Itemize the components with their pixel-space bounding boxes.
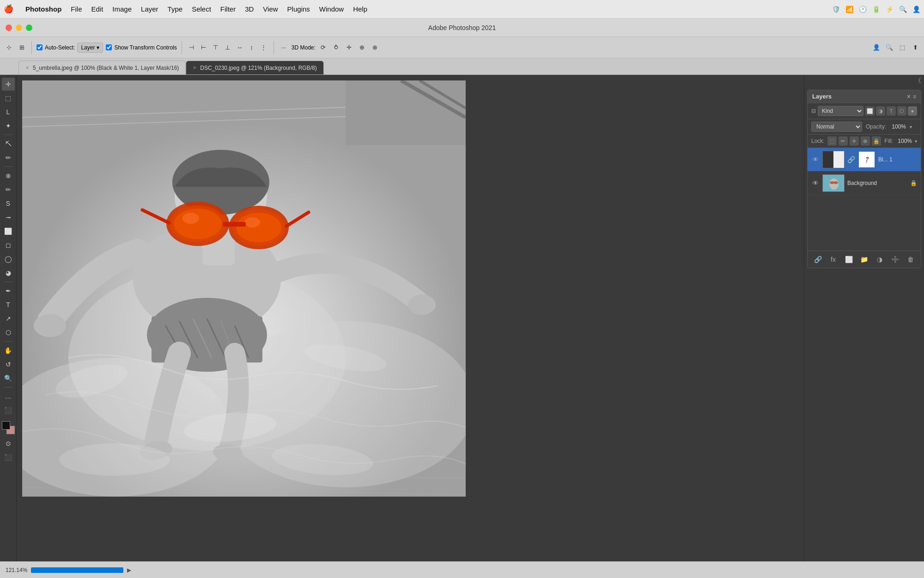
pixel-filter-icon[interactable]: ⬜ (865, 106, 875, 116)
add-mask-btn[interactable]: ⬜ (843, 254, 854, 265)
lock-artboard-icon[interactable]: ⊕ (861, 136, 870, 146)
eyedropper-tool[interactable]: ✏ (2, 151, 15, 164)
menu-type[interactable]: Type (163, 3, 188, 15)
clone-tool[interactable]: S (2, 197, 15, 210)
search-icon[interactable]: 🔍 (884, 43, 894, 53)
layer-0-mask-thumbnail[interactable]: ↗ (858, 151, 875, 168)
3d-roll-icon[interactable]: ⥁ (331, 43, 341, 53)
user-icon[interactable]: 👤 (871, 43, 881, 53)
screen-mode[interactable]: ⬛ (2, 451, 15, 464)
menu-edit[interactable]: Edit (87, 3, 108, 15)
align-right-edges-icon[interactable]: ⊤ (211, 43, 221, 53)
align-h-centers-icon[interactable]: ⊢ (199, 43, 209, 53)
quick-mask-mode[interactable]: ⊙ (2, 437, 15, 450)
3d-rotate-icon[interactable]: ⟳ (318, 43, 328, 53)
3d-slide-icon[interactable]: ⊕ (357, 43, 367, 53)
move-tool-icon[interactable]: ⊹ (4, 43, 14, 53)
menu-photoshop[interactable]: Photoshop (21, 3, 66, 15)
panel-collapse-toggle[interactable]: 《 (804, 75, 924, 87)
3d-pan-icon[interactable]: ✛ (344, 43, 354, 53)
delete-layer-btn[interactable]: 🗑 (905, 254, 916, 265)
align-icon[interactable]: ⊞ (17, 43, 27, 53)
color-swatches[interactable] (2, 421, 15, 434)
lock-transparent-icon[interactable]: ⬚ (827, 136, 837, 146)
share-icon[interactable]: ⬆ (910, 43, 920, 53)
menu-3d[interactable]: 3D (240, 3, 258, 15)
lock-position-icon[interactable]: ✛ (850, 136, 859, 146)
healing-tool[interactable]: ⊕ (2, 169, 15, 182)
blend-mode-dropdown[interactable]: Normal (811, 122, 862, 132)
extra-tool[interactable]: ⬛ (2, 404, 15, 417)
dodge-tool[interactable]: ◕ (2, 266, 15, 279)
move-tool[interactable]: ✛ (2, 78, 15, 91)
menu-image[interactable]: Image (108, 3, 136, 15)
blur-tool[interactable]: ◯ (2, 252, 15, 265)
menu-file[interactable]: File (66, 3, 86, 15)
zoom-tool[interactable]: 🔍 (2, 372, 15, 385)
create-adjustment-btn[interactable]: ◑ (874, 254, 885, 265)
canvas-image[interactable] (22, 80, 466, 497)
filter-dropdown[interactable]: Kind (818, 106, 863, 116)
align-top-edges-icon[interactable]: ⊥ (223, 43, 233, 53)
layer-item-1[interactable]: 👁 Background 🔒 (808, 172, 921, 195)
type-tool[interactable]: T (2, 298, 15, 311)
shape-tool[interactable]: ⬡ (2, 326, 15, 339)
tab-1-close[interactable]: ✕ (193, 65, 196, 70)
link-layers-btn[interactable]: 🔗 (812, 254, 823, 265)
progress-arrow[interactable]: ▶ (127, 567, 131, 573)
panel-menu-icon[interactable]: ≡ (913, 93, 916, 100)
menu-filter[interactable]: Filter (216, 3, 240, 15)
align-left-edges-icon[interactable]: ⊣ (187, 43, 197, 53)
selection-tool[interactable]: ⬚ (2, 92, 15, 105)
crop-tool[interactable]: ⛏ (2, 137, 15, 150)
auto-select-checkbox[interactable]: Auto-Select: Layer ▾ (36, 43, 103, 53)
lock-pixels-icon[interactable]: ✏ (839, 136, 848, 146)
tab-1[interactable]: ✕ DSC_0230.jpeg @ 121% (Background, RGB/… (186, 61, 323, 74)
show-transform-input[interactable] (106, 44, 112, 50)
opacity-chevron[interactable]: ▾ (910, 124, 912, 129)
menu-layer[interactable]: Layer (136, 3, 163, 15)
path-selection-tool[interactable]: ↗ (2, 312, 15, 325)
brush-tool[interactable]: ✏ (2, 183, 15, 196)
minimize-button[interactable] (16, 25, 22, 31)
canvas-area[interactable] (17, 75, 804, 561)
layer-dropdown[interactable]: Layer ▾ (77, 43, 103, 53)
shape-filter-icon[interactable]: ⬡ (897, 106, 906, 116)
smart-filter-icon[interactable]: ● (908, 106, 917, 116)
create-group-btn[interactable]: 📁 (859, 254, 870, 265)
lock-all-icon[interactable]: 🔒 (872, 136, 881, 146)
menu-plugins[interactable]: Plugins (283, 3, 315, 15)
hand-tool[interactable]: ✋ (2, 344, 15, 357)
apple-logo[interactable]: 🍎 (4, 4, 13, 14)
layer-1-visibility-icon[interactable]: 👁 (811, 179, 820, 187)
panel-close-icon[interactable]: ✕ (906, 93, 911, 100)
layer-item-0[interactable]: 👁 🔗 ↗ Bl... 1 (808, 148, 921, 172)
pen-tool[interactable]: ✒ (2, 284, 15, 297)
history-brush[interactable]: ⤞ (2, 211, 15, 224)
more-options-icon[interactable]: ··· (279, 43, 289, 53)
align-bottom-edges-icon[interactable]: ↕ (247, 43, 257, 53)
close-button[interactable] (6, 25, 12, 31)
auto-select-input[interactable] (36, 44, 43, 50)
adjustment-filter-icon[interactable]: ◑ (876, 106, 885, 116)
menu-window[interactable]: Window (315, 3, 348, 15)
fill-chevron[interactable]: ▾ (915, 139, 917, 144)
show-transform-checkbox[interactable]: Show Transform Controls (106, 44, 176, 51)
type-filter-icon[interactable]: T (887, 106, 896, 116)
distribute-icon[interactable]: ⋮ (259, 43, 269, 53)
rotate-tool[interactable]: ↺ (2, 358, 15, 371)
tab-0-close[interactable]: ✕ (25, 65, 29, 70)
new-layer-btn[interactable]: ➕ (890, 254, 901, 265)
gradient-tool[interactable]: ◻ (2, 239, 15, 252)
more-tools[interactable]: … (2, 390, 15, 403)
menu-view[interactable]: View (258, 3, 282, 15)
layer-0-chain-icon[interactable]: 🔗 (847, 156, 855, 163)
eraser-tool[interactable]: ⬜ (2, 225, 15, 238)
foreground-color-swatch[interactable] (2, 421, 10, 430)
add-fx-btn[interactable]: fx (828, 254, 839, 265)
3d-scale-icon[interactable]: ⊗ (370, 43, 380, 53)
menubar-search-icon[interactable]: 🔍 (899, 6, 907, 13)
align-v-centers-icon[interactable]: ↔ (235, 43, 245, 53)
menu-select[interactable]: Select (187, 3, 216, 15)
magic-wand-tool[interactable]: ✦ (2, 119, 15, 132)
